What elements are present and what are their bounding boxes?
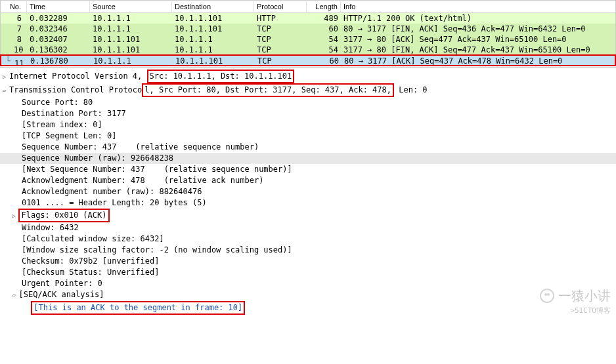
field-value: [SEQ/ACK analysis] — [18, 290, 104, 299]
cell-info: 80 → 3177 [FIN, ACK] Seq=436 Ack=477 Win… — [341, 24, 615, 34]
tcp-dst-port[interactable]: Destination Port: 3177 — [0, 108, 616, 119]
field-value: [Calculated window size: 6432] — [22, 234, 164, 243]
tcp-ack-number[interactable]: Acknowledgment Number: 478 (relative ack… — [0, 175, 616, 186]
cell-source: 10.1.1.101 — [90, 45, 172, 55]
packet-row[interactable]: 100.13630210.1.1.10110.1.1.1TCP543177 → … — [1, 45, 615, 55]
tcp-ports-seq-ack-highlight: l, Src Port: 80, Dst Port: 3177, Seq: 43… — [142, 83, 394, 97]
cell-no: 10 — [1, 45, 27, 55]
seq-ack-analysis[interactable]: ▱[SEQ/ACK analysis] — [0, 289, 616, 301]
tcp-src-port[interactable]: Source Port: 80 — [0, 97, 616, 108]
tcp-flags-highlight: Flags: 0x010 (ACK) — [18, 209, 109, 222]
cell-destination: 10.1.1.101 — [173, 56, 255, 65]
tcp-urgent-ptr[interactable]: Urgent Pointer: 0 — [0, 278, 616, 289]
wechat-icon — [540, 289, 554, 303]
watermark-sub: >51CTO博客 — [570, 305, 611, 316]
cell-source: 10.1.1.1 — [90, 13, 172, 24]
packet-row[interactable]: 70.03234610.1.1.110.1.1.101TCP6080 → 317… — [1, 24, 615, 34]
tcp-calc-window[interactable]: [Calculated window size: 6432] — [0, 233, 616, 245]
cell-destination: 10.1.1.1 — [172, 45, 254, 55]
cell-destination: 10.1.1.1 — [172, 34, 254, 45]
field-value: [Stream index: 0] — [22, 120, 102, 129]
col-header-no[interactable]: No. — [1, 1, 27, 12]
watermark-sub-text: 51CTO博客 — [575, 306, 611, 315]
cell-source: 10.1.1.1 — [91, 56, 173, 65]
cell-no: 6 — [1, 13, 27, 24]
watermark: 一猿小讲 — [540, 289, 611, 303]
cell-info: HTTP/1.1 200 OK (text/html) — [341, 13, 615, 24]
ack-to-frame-link[interactable]: [This is an ACK to the segment in frame:… — [31, 301, 245, 315]
ip-layer-row[interactable]: ▷Internet Protocol Version 4, Src: 10.1.… — [0, 70, 616, 83]
packet-list-header: No. Time Source Destination Protocol Len… — [1, 1, 615, 13]
col-header-source[interactable]: Source — [90, 1, 172, 12]
tcp-header-len[interactable]: 0101 .... = Header Length: 20 bytes (5) — [0, 197, 616, 209]
field-value: [Next Sequence Number: 437 (relative seq… — [22, 165, 292, 174]
tcp-win-scale[interactable]: [Window size scaling factor: -2 (no wind… — [0, 245, 616, 256]
cell-info: 3177 → 80 [FIN, ACK] Seq=477 Ack=437 Win… — [341, 45, 615, 55]
col-header-info[interactable]: Info — [341, 1, 615, 12]
cell-info: 80 → 3177 [ACK] Seq=437 Ack=478 Win=6432… — [341, 56, 615, 65]
packet-row[interactable]: 60.03228910.1.1.110.1.1.101HTTP489HTTP/1… — [1, 13, 615, 24]
packet-rows: 60.03228910.1.1.110.1.1.101HTTP489HTTP/1… — [1, 13, 615, 66]
tcp-window[interactable]: Window: 6432 — [0, 222, 616, 233]
tcp-checksum[interactable]: Checksum: 0x79b2 [unverified] — [0, 256, 616, 267]
field-value: Checksum: 0x79b2 [unverified] — [22, 256, 160, 266]
cell-no: 8 — [1, 34, 27, 45]
field-value: 0101 .... = Header Length: 20 bytes (5) — [22, 198, 207, 207]
field-value: [Checksum Status: Unverified] — [22, 268, 160, 277]
expand-icon[interactable]: ▷ — [12, 211, 18, 222]
cell-protocol: HTTP — [254, 13, 307, 24]
cell-no: 7 — [1, 24, 27, 34]
field-value: Acknowledgment number (raw): 882640476 — [22, 187, 202, 196]
packet-row[interactable]: 80.03240710.1.1.10110.1.1.1TCP543177 → 8… — [1, 34, 615, 45]
cell-time: 0.032289 — [27, 13, 90, 24]
cell-time: 0.032346 — [27, 24, 90, 34]
cell-length: 489 — [307, 13, 341, 24]
tcp-layer-suffix: Len: 0 — [394, 85, 428, 94]
cell-source: 10.1.1.1 — [90, 24, 172, 34]
tcp-segment-len[interactable]: [TCP Segment Len: 0] — [0, 131, 616, 142]
field-value: [Window size scaling factor: -2 (no wind… — [22, 245, 292, 254]
ip-layer-prefix: Internet Protocol Version 4, — [9, 71, 147, 81]
tcp-ack-raw[interactable]: Acknowledgment number (raw): 882640476 — [0, 186, 616, 197]
tcp-stream-index[interactable]: [Stream index: 0] — [0, 119, 616, 131]
tcp-next-seq[interactable]: [Next Sequence Number: 437 (relative seq… — [0, 164, 616, 175]
expand-icon[interactable]: ▷ — [3, 71, 9, 83]
cell-destination: 10.1.1.101 — [172, 13, 254, 24]
cell-source: 10.1.1.101 — [90, 34, 172, 45]
collapse-icon[interactable]: ▱ — [12, 290, 18, 301]
cell-protocol: TCP — [254, 45, 307, 55]
col-header-protocol[interactable]: Protocol — [254, 1, 307, 12]
cell-no: └11 — [1, 56, 28, 65]
tcp-seq-raw[interactable]: Sequence Number (raw): 926648238 — [0, 153, 616, 164]
packet-details-pane: ▷Internet Protocol Version 4, Src: 10.1.… — [0, 68, 616, 320]
field-value: Destination Port: 3177 — [22, 109, 126, 118]
tcp-seq-number[interactable]: Sequence Number: 437 (relative sequence … — [0, 142, 616, 153]
watermark-text: 一猿小讲 — [558, 291, 611, 302]
collapse-icon[interactable]: ▱ — [3, 85, 9, 96]
cell-length: 60 — [307, 24, 341, 34]
cell-length: 54 — [307, 34, 341, 45]
tcp-layer-prefix: Transmission Control Protoco — [9, 85, 142, 94]
tcp-layer-row[interactable]: ▱Transmission Control Protocol, Src Port… — [0, 83, 616, 97]
col-header-length[interactable]: Length — [307, 1, 341, 12]
field-value: Window: 6432 — [22, 223, 79, 232]
col-header-time[interactable]: Time — [27, 1, 90, 12]
field-value: Acknowledgment Number: 478 (relative ack… — [22, 176, 263, 185]
field-value: Sequence Number: 437 (relative sequence … — [22, 142, 259, 152]
packet-row[interactable]: └110.13678010.1.1.110.1.1.101TCP6080 → 3… — [1, 55, 615, 66]
ack-to-frame-row[interactable]: [This is an ACK to the segment in frame:… — [0, 301, 616, 315]
cell-info: 3177 → 80 [ACK] Seq=477 Ack=437 Win=6510… — [341, 34, 615, 45]
cell-time: 0.136302 — [27, 45, 90, 55]
field-value: Sequence Number (raw): 926648238 — [22, 153, 173, 163]
col-header-destination[interactable]: Destination — [172, 1, 254, 12]
field-value: Source Port: 80 — [22, 98, 93, 107]
cell-length: 60 — [307, 56, 341, 65]
cell-length: 54 — [307, 45, 341, 55]
tcp-checksum-status[interactable]: [Checksum Status: Unverified] — [0, 267, 616, 278]
cell-protocol: TCP — [254, 34, 307, 45]
cell-destination: 10.1.1.101 — [172, 24, 254, 34]
cell-protocol: TCP — [254, 24, 307, 34]
ip-src-dst-highlight: Src: 10.1.1.1, Dst: 10.1.1.101 — [147, 70, 295, 83]
tcp-flags-row[interactable]: ▷Flags: 0x010 (ACK) — [0, 209, 616, 222]
packet-list-pane: No. Time Source Destination Protocol Len… — [0, 0, 616, 66]
